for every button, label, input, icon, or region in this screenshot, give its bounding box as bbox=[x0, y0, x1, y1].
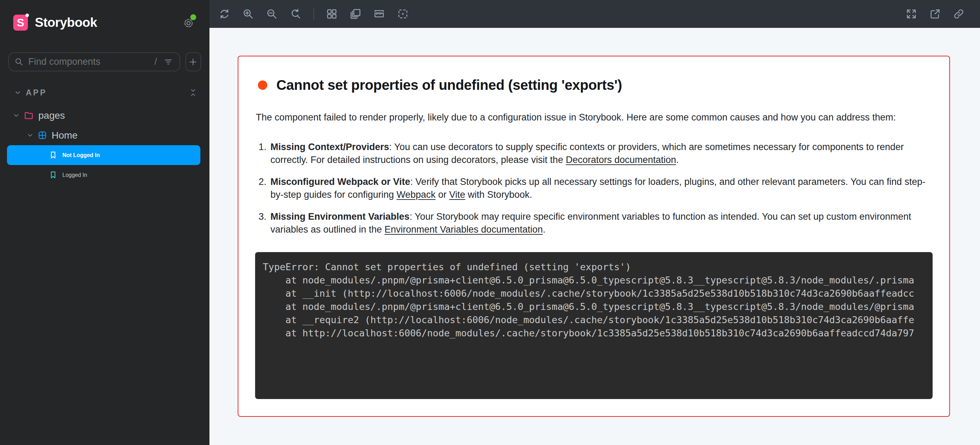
canvas-toolbar bbox=[210, 0, 980, 28]
storybook-logo-icon: S bbox=[13, 14, 28, 31]
tree-item-label: pages bbox=[38, 110, 65, 121]
zoom-reset-button[interactable] bbox=[290, 8, 301, 20]
preview-canvas: Cannot set properties of undefined (sett… bbox=[210, 28, 980, 445]
viewport-icon bbox=[350, 8, 361, 20]
search-row: / bbox=[8, 52, 201, 71]
remount-icon bbox=[218, 8, 231, 20]
zoom-in-button[interactable] bbox=[242, 8, 254, 20]
zoom-reset-icon bbox=[290, 8, 301, 20]
doc-link[interactable]: Environment Variables documentation bbox=[384, 224, 542, 235]
sidebar-header: S Storybook bbox=[0, 0, 210, 31]
doc-link[interactable]: Webpack bbox=[396, 189, 436, 200]
brand-name: Storybook bbox=[35, 15, 97, 30]
bookmark-icon bbox=[49, 151, 57, 160]
main-area: Cannot set properties of undefined (sett… bbox=[210, 0, 980, 445]
section-header-app[interactable]: APP bbox=[14, 87, 197, 98]
measure-icon bbox=[373, 8, 385, 20]
cause-lead: Missing Environment Variables bbox=[270, 211, 409, 222]
search-icon bbox=[14, 57, 24, 67]
cause-item: Misconfigured Webpack or Vite: Verify th… bbox=[269, 176, 932, 201]
filter-icon[interactable] bbox=[164, 57, 173, 67]
outline-icon bbox=[397, 8, 409, 20]
copy-link-button[interactable] bbox=[953, 8, 965, 20]
cause-item: Missing Context/Providers: You can use d… bbox=[269, 141, 932, 166]
section-label: APP bbox=[26, 88, 189, 98]
viewport-button[interactable] bbox=[350, 8, 361, 20]
error-overlay: Cannot set properties of undefined (sett… bbox=[238, 56, 950, 417]
shortcut-slash: / bbox=[154, 56, 157, 67]
toolbar-right-group bbox=[905, 8, 965, 20]
chevron-down-icon bbox=[13, 112, 20, 119]
zoom-out-button[interactable] bbox=[266, 8, 278, 20]
error-dot-icon bbox=[258, 81, 267, 90]
search-input[interactable] bbox=[28, 56, 151, 67]
settings-button[interactable] bbox=[181, 16, 196, 30]
error-title-row: Cannot set properties of undefined (sett… bbox=[258, 77, 932, 93]
storybook-app: S Storybook bbox=[0, 0, 980, 445]
story-tree: pages Home Not Logg bbox=[0, 106, 210, 185]
doc-link[interactable]: Vite bbox=[449, 189, 465, 200]
bookmark-icon bbox=[49, 171, 57, 179]
tree-item-not-logged-in[interactable]: Not Logged In bbox=[7, 145, 200, 165]
error-title: Cannot set properties of undefined (sett… bbox=[276, 77, 622, 93]
component-icon bbox=[38, 131, 47, 140]
outline-button[interactable] bbox=[397, 8, 409, 20]
measure-button[interactable] bbox=[373, 8, 385, 20]
tree-item-label: Home bbox=[52, 130, 78, 141]
open-new-tab-icon bbox=[929, 8, 941, 20]
causes-list: Missing Context/Providers: You can use d… bbox=[255, 141, 932, 236]
fullscreen-icon bbox=[905, 8, 917, 20]
chevron-down-icon bbox=[27, 131, 34, 139]
fullscreen-button[interactable] bbox=[905, 8, 917, 20]
remount-button[interactable] bbox=[218, 8, 231, 20]
toolbar-left-group bbox=[218, 8, 409, 20]
doc-link[interactable]: Decorators documentation bbox=[566, 155, 676, 165]
cause-item: Missing Environment Variables: Your Stor… bbox=[269, 210, 932, 236]
logo-spark-dot bbox=[25, 14, 29, 17]
storybook-logo[interactable]: S Storybook bbox=[13, 14, 97, 31]
search-box[interactable]: / bbox=[8, 52, 180, 71]
cause-lead: Missing Context/Providers bbox=[270, 142, 389, 152]
zoom-in-icon bbox=[242, 8, 254, 20]
backgrounds-icon bbox=[326, 8, 338, 20]
error-intro: The component failed to render properly,… bbox=[256, 111, 932, 124]
tree-item-label: Not Logged In bbox=[62, 152, 100, 158]
tree-item-label: Logged In bbox=[62, 172, 87, 178]
sidebar: S Storybook bbox=[0, 0, 210, 445]
chevron-down-icon bbox=[14, 89, 22, 97]
update-notification-dot bbox=[190, 14, 196, 20]
plus-icon bbox=[188, 57, 198, 67]
stack-trace: TypeError: Cannot set properties of unde… bbox=[255, 252, 932, 399]
copy-link-icon bbox=[953, 8, 965, 20]
tree-item-home[interactable]: Home bbox=[0, 125, 210, 145]
create-story-button[interactable] bbox=[185, 52, 201, 71]
tree-item-pages[interactable]: pages bbox=[0, 106, 210, 125]
collapse-all-icon[interactable] bbox=[189, 87, 197, 98]
zoom-out-icon bbox=[266, 8, 278, 20]
folder-icon bbox=[24, 110, 34, 120]
cause-lead: Misconfigured Webpack or Vite bbox=[270, 177, 410, 187]
tree-item-logged-in[interactable]: Logged In bbox=[7, 165, 200, 185]
backgrounds-button[interactable] bbox=[326, 8, 338, 20]
toolbar-divider bbox=[313, 8, 314, 20]
open-new-tab-button[interactable] bbox=[929, 8, 941, 20]
